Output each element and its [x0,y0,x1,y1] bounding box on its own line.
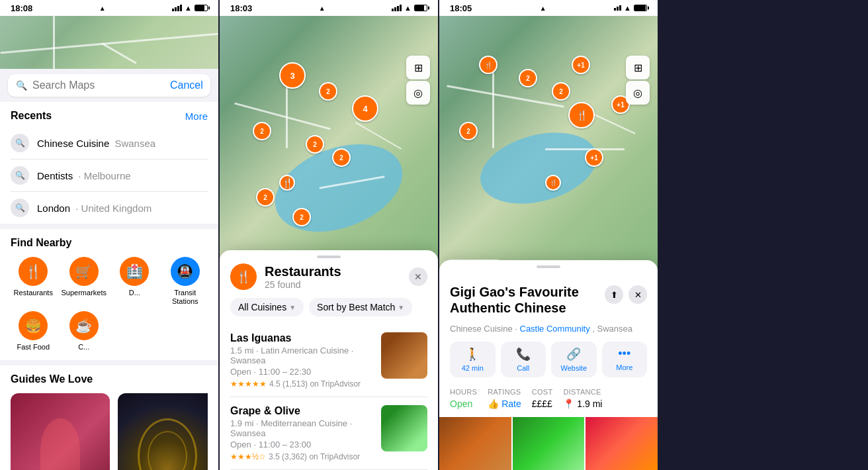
location-button[interactable]: ◎ [406,81,430,105]
distance-label: DISTANCE [563,388,602,396]
thumbs-up-icon: 👍 [488,399,499,409]
website-label: Website [560,364,587,372]
location-button-3[interactable]: ◎ [626,81,650,105]
community-link[interactable]: Castle Community [520,324,590,334]
battery-1 [195,5,208,11]
recents-title: Recents [11,110,52,122]
share-button[interactable]: ⬆ [605,285,623,304]
detail-title: Gigi Gao's Favourite Authentic Chinese [450,284,599,316]
guides-section: Guides We Love M Maps Hyperlocal Sharon … [0,365,218,470]
restaurant-item-1[interactable]: Las Iguanas 1.5 mi · Latin American Cuis… [230,324,427,397]
signal-bars-3 [614,5,621,11]
stars-icon-1: ★★★★★ [230,379,267,389]
directions-button[interactable]: 🚶 42 min [450,342,496,377]
sheet-title-group: Restaurants 25 found [265,264,341,290]
recent-item-2[interactable]: 🔍 Dentists · Melbourne [11,160,208,192]
more-actions-button[interactable]: ••• More [602,342,648,377]
signal-bars-2 [392,5,402,11]
detail-sheet-handle[interactable] [537,265,560,268]
ratings-info: RATINGS 👍 Rate [488,388,521,409]
photo-3[interactable] [586,417,658,470]
cuisine-filter-label: All Cuisines [238,302,286,312]
more-label: More [616,363,632,371]
call-label: Call [517,364,529,372]
marker-cluster-1[interactable]: 3 [279,62,306,89]
bottom-sheet: 🍴 Restaurants 25 found ✕ All Cuisines ▼ … [220,250,438,470]
hours-info: HOURS Open [450,388,477,409]
filter-row: All Cuisines ▼ Sort by Best Match ▼ [220,298,438,324]
transit-label: Transit Stations [163,289,208,306]
map-controls: ⊞ ◎ [406,56,430,105]
marker-3[interactable]: 2 [253,122,271,140]
cancel-button[interactable]: Cancel [170,79,203,91]
map-marker-3-4[interactable]: +1 [572,56,590,74]
search-input[interactable] [32,79,165,91]
recent-search-icon-3: 🔍 [11,199,29,217]
map-marker-selected[interactable]: 🍴 [568,102,595,128]
detail-header: Gigi Gao's Favourite Authentic Chinese ⬆… [439,273,658,324]
walk-icon: 🚶 [465,347,480,361]
map-type-button-3[interactable]: ⊞ [626,56,650,79]
nearby-restaurants[interactable]: 🍴 Restaurants [11,257,56,306]
nearby-doctors[interactable]: 🏥 D... [112,257,157,306]
map-type-button[interactable]: ⊞ [406,56,430,79]
nearby-cafes[interactable]: ☕ C... [62,311,107,352]
restaurants-label: Restaurants [14,289,53,297]
nearby-supermarkets[interactable]: 🛒 Supermarkets [62,257,107,306]
sheet-handle[interactable] [317,256,341,258]
marker-5[interactable]: 2 [332,148,351,167]
close-detail-button[interactable]: ✕ [629,285,647,304]
phone-search-screen: 18:08 ▲ ▲ 🔍 Cancel Recents More [0,0,218,470]
guide-card-1[interactable]: M Maps Hyperlocal Sharon Horgan's Dublin… [11,393,110,470]
map-view-3[interactable]: 🍴 2 2 +1 +1 🍴 2 +1 🍴 ⊞ ◎ ☁ 20° AQI 2 [439,16,658,281]
marker-cluster-2[interactable]: 4 [352,95,378,122]
map-marker-3-3[interactable]: 2 [552,82,570,101]
nearby-grid: 🍴 Restaurants 🛒 Supermarkets 🏥 D... 🚇 Tr… [11,257,208,352]
search-container: 🔍 Cancel [0,69,218,102]
marker-6[interactable]: 2 [256,188,275,207]
hours-value: Open [450,399,477,409]
sort-filter[interactable]: Sort by Best Match ▼ [309,298,412,316]
marker-4[interactable]: 2 [306,135,324,154]
transit-icon: 🚇 [171,257,200,286]
sheet-header: 🍴 Restaurants 25 found ✕ [220,263,438,298]
marker-2[interactable]: 2 [319,82,337,101]
photo-1[interactable] [439,417,511,470]
status-time-1: 18:08 [11,3,32,13]
call-button[interactable]: 📞 Call [501,342,546,377]
restaurant-rating-2: ★★★½☆ 3.5 (3,362) on TripAdvisor [230,452,373,461]
recents-more-button[interactable]: More [185,111,208,122]
map-marker-3-2[interactable]: 2 [519,69,537,87]
ratings-value[interactable]: 👍 Rate [488,399,521,409]
status-icons-1: ▲ [172,4,208,12]
rating-value-1: 4.5 (1,513) on TripAdvisor [269,379,361,389]
road-2 [286,82,288,148]
map-marker-3-8[interactable]: 🍴 [545,175,561,191]
cuisine-filter[interactable]: All Cuisines ▼ [230,298,304,316]
photo-2[interactable] [513,417,585,470]
nearby-transit[interactable]: 🚇 Transit Stations [163,257,208,306]
map-marker-3-6[interactable]: 2 [459,122,478,140]
map-controls-3: ⊞ ◎ [626,56,650,105]
recent-item-1[interactable]: 🔍 Chinese Cuisine Swansea [11,127,208,160]
map-marker-3-7[interactable]: +1 [585,148,603,167]
close-sheet-button[interactable]: ✕ [409,267,427,286]
cafes-icon: ☕ [69,311,99,340]
marker-fork[interactable]: 🍴 [279,175,295,191]
cost-info: COST ££££ [532,388,553,409]
nearby-fastfood[interactable]: 🍔 Fast Food [11,311,56,352]
photos-row [439,417,658,470]
restaurants-icon: 🍴 [19,257,48,286]
restaurant-item-2[interactable]: Grape & Olive 1.9 mi · Mediterranean Cui… [230,397,427,470]
phone-map-screen: 18:03 ▲ ▲ 3 2 4 2 2 2 🍴 2 2 [220,0,438,470]
cafes-label: C... [78,343,89,352]
search-bar[interactable]: 🔍 Cancel [8,74,210,97]
map-marker-3-1[interactable]: 🍴 [479,56,498,74]
marker-7[interactable]: 2 [292,208,311,226]
guide-card-2[interactable]: 📍 Atlas Obscura The World's Most Spectac… [118,393,208,470]
website-button[interactable]: 🔗 Website [551,342,597,377]
recent-item-3[interactable]: 🔍 London · United Kingdom [11,192,208,224]
recent-label-3: London · United Kingdom [37,203,152,214]
map-view-2[interactable]: 3 2 4 2 2 2 🍴 2 2 ⊞ ◎ ☁ 20° AQI 2 [220,16,438,281]
restaurant-thumbnail-1 [381,332,427,379]
